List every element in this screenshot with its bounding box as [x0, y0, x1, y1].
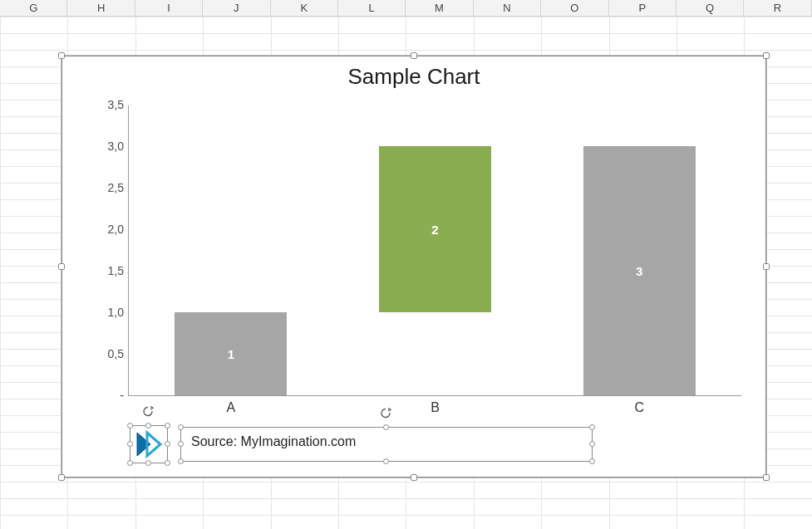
- y-tick-label: 1,0: [108, 306, 124, 319]
- resize-handle-mr[interactable]: [763, 263, 770, 270]
- logo-shape[interactable]: [132, 428, 165, 461]
- chart-bar[interactable]: 2: [379, 146, 491, 312]
- resize-handle-tm[interactable]: [411, 52, 417, 59]
- resize-handle-tl[interactable]: [58, 52, 65, 59]
- column-header[interactable]: P: [609, 0, 677, 16]
- column-header[interactable]: O: [541, 0, 608, 16]
- chart-bar[interactable]: 3: [583, 146, 696, 395]
- column-header[interactable]: H: [67, 0, 135, 16]
- chart-bar[interactable]: 1: [175, 312, 287, 395]
- resize-handle[interactable]: [178, 458, 184, 464]
- column-header[interactable]: M: [406, 0, 473, 16]
- resize-handle[interactable]: [165, 423, 170, 429]
- chart-object[interactable]: Sample Chart -0,51,01,52,02,53,03,51A2B3…: [61, 55, 767, 478]
- resize-handle-tr[interactable]: [763, 52, 770, 59]
- chart-plot-area[interactable]: -0,51,01,52,02,53,03,51A2B3C: [128, 105, 741, 396]
- data-label: 1: [228, 347, 234, 361]
- resize-handle[interactable]: [127, 423, 133, 429]
- x-category-label: C: [634, 400, 644, 415]
- resize-handle[interactable]: [383, 424, 389, 430]
- resize-handle-br[interactable]: [763, 474, 770, 481]
- data-label: 2: [431, 223, 438, 237]
- y-tick-label: 2,5: [108, 181, 124, 194]
- column-header[interactable]: L: [338, 0, 406, 16]
- source-text: Source: MyImagination.com: [191, 434, 356, 448]
- column-header[interactable]: K: [271, 0, 338, 16]
- y-tick-label: 1,5: [108, 264, 124, 277]
- y-tick-label: 2,0: [108, 223, 124, 236]
- resize-handle[interactable]: [589, 424, 595, 430]
- resize-handle[interactable]: [383, 458, 389, 464]
- y-tick-label: 0,5: [108, 347, 124, 360]
- column-header[interactable]: I: [135, 0, 203, 16]
- arrow-shape-icon: [132, 428, 165, 461]
- data-label: 3: [636, 264, 642, 278]
- resize-handle[interactable]: [145, 423, 151, 429]
- resize-handle[interactable]: [589, 441, 595, 447]
- column-header[interactable]: R: [744, 0, 811, 16]
- spreadsheet-grid[interactable]: GHIJKLMNOPQR Sample Chart -0,51,01,52,02…: [0, 0, 812, 529]
- rotate-handle[interactable]: [381, 408, 392, 419]
- resize-handle[interactable]: [178, 441, 184, 447]
- column-header[interactable]: N: [474, 0, 541, 16]
- column-header[interactable]: Q: [677, 0, 744, 16]
- x-category-label: A: [226, 400, 235, 415]
- y-tick-label: 3,5: [108, 98, 124, 111]
- resize-handle-ml[interactable]: [58, 263, 65, 270]
- column-header[interactable]: G: [0, 0, 67, 16]
- resize-handle-bl[interactable]: [58, 474, 65, 481]
- resize-handle[interactable]: [178, 424, 184, 430]
- resize-handle[interactable]: [589, 458, 595, 464]
- resize-handle[interactable]: [127, 460, 133, 466]
- y-tick-label: -: [120, 389, 124, 402]
- resize-handle-bm[interactable]: [411, 474, 417, 481]
- resize-handle[interactable]: [145, 460, 151, 466]
- x-category-label: B: [431, 400, 440, 415]
- y-tick-label: 3,0: [108, 140, 124, 153]
- source-textbox[interactable]: Source: MyImagination.com: [183, 429, 590, 459]
- resize-handle[interactable]: [127, 441, 133, 447]
- resize-handle[interactable]: [165, 441, 170, 447]
- resize-handle[interactable]: [165, 460, 170, 466]
- rotate-handle[interactable]: [143, 406, 155, 418]
- chart-title[interactable]: Sample Chart: [62, 64, 766, 90]
- column-headers[interactable]: GHIJKLMNOPQR: [0, 0, 812, 17]
- column-header[interactable]: J: [203, 0, 270, 16]
